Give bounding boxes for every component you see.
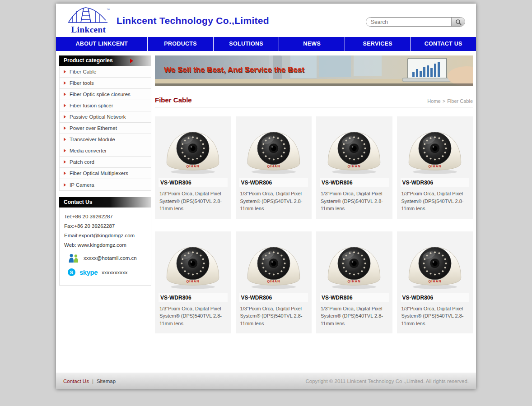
product-card[interactable]: QIHAN VS-WDR806 1/3"Pixim Orca, Digital … xyxy=(236,231,312,334)
product-description: 1/3"Pixim Orca, Digital Pixel System® (D… xyxy=(239,305,308,328)
contact-web[interactable]: Web: www.kingdomgz.com xyxy=(64,242,146,248)
contact-us-title: Contact Us xyxy=(64,199,92,205)
nav-item-news[interactable]: NEWS xyxy=(279,37,345,51)
product-description: 1/3"Pixim Orca, Digital Pixel System® (D… xyxy=(159,190,228,212)
product-image[interactable]: QIHAN xyxy=(320,234,389,292)
product-image[interactable]: QIHAN xyxy=(159,234,228,292)
category-label: Fiber Optical Multiplexers xyxy=(70,171,128,176)
product-name[interactable]: VS-WDR806 xyxy=(401,178,470,187)
chevron-right-icon xyxy=(64,104,66,107)
product-name[interactable]: VS-WDR806 xyxy=(159,293,228,302)
chevron-right-icon xyxy=(64,171,66,175)
dome-camera-image: QIHAN xyxy=(161,119,225,176)
product-image[interactable]: QIHAN xyxy=(239,234,308,292)
category-label: Patch cord xyxy=(70,159,94,165)
footer-link-sitemap[interactable]: Sitemap xyxy=(97,378,116,384)
msn-address[interactable]: xxxxx@hotamil.com.cn xyxy=(84,255,137,261)
product-image[interactable]: QIHAN xyxy=(239,119,308,177)
category-label: Passive Optical Network xyxy=(70,114,126,120)
sidebar-item-fiber-tools[interactable]: Fiber tools xyxy=(60,78,151,89)
footer-link-contact-us[interactable]: Contact Us xyxy=(63,378,89,384)
dome-camera-image: QIHAN xyxy=(322,119,386,176)
dome-camera-image: QIHAN xyxy=(242,119,306,176)
product-card[interactable]: QIHAN VS-WDR806 1/3"Pixim Orca, Digital … xyxy=(155,116,231,219)
camera-brand-text: QIHAN xyxy=(267,164,280,168)
sidebar-item-fiber-optical-multiplexers[interactable]: Fiber Optical Multiplexers xyxy=(60,168,151,179)
product-description: 1/3"Pixim Orca, Digital Pixel System® (D… xyxy=(401,305,470,328)
contact-email[interactable]: Email:export@kingdomgz.com xyxy=(64,233,146,238)
msn-row: xxxxx@hotamil.com.cn xyxy=(68,253,146,263)
product-image[interactable]: QIHAN xyxy=(401,119,470,177)
product-row: QIHAN VS-WDR806 1/3"Pixim Orca, Digital … xyxy=(155,116,473,219)
product-name[interactable]: VS-WDR806 xyxy=(239,178,308,187)
product-name[interactable]: VS-WDR806 xyxy=(401,293,470,302)
chevron-right-icon xyxy=(64,81,66,85)
search-bar xyxy=(366,17,465,27)
skype-row: S skype xxxxxxxxxx xyxy=(68,268,146,276)
red-arrow-icon xyxy=(130,59,133,63)
chevron-right-icon xyxy=(64,160,66,164)
sidebar-item-media-converter[interactable]: Media converter xyxy=(60,145,151,157)
product-image[interactable]: QIHAN xyxy=(159,119,228,177)
magnifier-icon xyxy=(455,19,462,25)
sidebar-item-fiber-fusion-splicer[interactable]: Fiber fusion splicer xyxy=(60,100,151,111)
breadcrumb-home-link[interactable]: Home xyxy=(427,98,440,104)
skype-id[interactable]: xxxxxxxxxx xyxy=(102,270,128,275)
main-nav: ABOUT LINKCENTPRODUCTSSOLUTIONSNEWSSERVI… xyxy=(56,37,476,51)
product-name[interactable]: VS-WDR806 xyxy=(159,178,228,187)
company-logo[interactable]: ™ Linkcent xyxy=(61,5,116,35)
sidebar-item-ip-camera[interactable]: IP Camera xyxy=(60,179,151,190)
nav-item-products[interactable]: PRODUCTS xyxy=(148,37,214,51)
msn-messenger-icon xyxy=(68,253,79,263)
product-card[interactable]: QIHAN VS-WDR806 1/3"Pixim Orca, Digital … xyxy=(316,116,392,219)
nav-item-solutions[interactable]: SOLUTIONS xyxy=(214,37,280,51)
sidebar: Product categories Fiber CableFiber tool… xyxy=(59,55,151,286)
category-label: Transceiver Module xyxy=(70,137,115,142)
sidebar-item-transceiver-module[interactable]: Transceiver Module xyxy=(60,134,151,145)
sidebar-item-power-over-ethernet[interactable]: Power over Ethernet xyxy=(60,123,151,134)
nav-item-services[interactable]: SERVICES xyxy=(345,37,411,51)
sidebar-item-passive-optical-network[interactable]: Passive Optical Network xyxy=(60,111,151,123)
copyright-text: Copyright © 2011 Linkcent Technology Co … xyxy=(305,378,469,384)
chevron-right-icon xyxy=(64,70,66,74)
product-card[interactable]: QIHAN VS-WDR806 1/3"Pixim Orca, Digital … xyxy=(397,116,473,219)
sidebar-item-fiber-cable[interactable]: Fiber Cable xyxy=(60,66,151,78)
search-input[interactable] xyxy=(366,18,451,26)
product-description: 1/3"Pixim Orca, Digital Pixel System® (D… xyxy=(401,190,470,212)
nav-item-about-linkcent[interactable]: ABOUT LINKCENT xyxy=(56,37,148,51)
dome-camera-image: QIHAN xyxy=(403,234,467,291)
camera-brand-text: QIHAN xyxy=(428,164,441,168)
camera-brand-text: QIHAN xyxy=(428,279,441,283)
dome-camera-image: QIHAN xyxy=(242,234,306,291)
product-card[interactable]: QIHAN VS-WDR806 1/3"Pixim Orca, Digital … xyxy=(316,231,392,334)
product-name[interactable]: VS-WDR806 xyxy=(239,293,308,302)
sidebar-item-fiber-optic-splice-closures[interactable]: Fiber Optic splice closures xyxy=(60,89,151,100)
product-description: 1/3"Pixim Orca, Digital Pixel System® (D… xyxy=(320,190,389,212)
product-image[interactable]: QIHAN xyxy=(320,119,389,177)
product-name[interactable]: VS-WDR806 xyxy=(320,293,389,302)
category-label: Fiber Optic splice closures xyxy=(70,92,131,97)
chevron-right-icon xyxy=(64,92,66,96)
dome-camera-image: QIHAN xyxy=(161,234,225,291)
sidebar-item-patch-cord[interactable]: Patch cord xyxy=(60,157,151,168)
category-label: Fiber fusion splicer xyxy=(70,103,113,108)
breadcrumb-separator: > xyxy=(443,98,445,104)
product-name[interactable]: VS-WDR806 xyxy=(320,178,389,187)
product-categories-header: Product categories xyxy=(59,55,151,66)
product-card[interactable]: QIHAN VS-WDR806 1/3"Pixim Orca, Digital … xyxy=(397,231,473,334)
camera-brand-text: QIHAN xyxy=(187,164,200,168)
product-image[interactable]: QIHAN xyxy=(401,234,470,292)
banner-slogan: We Sell the Best, And Service the Best xyxy=(164,65,304,74)
contact-box: Tel:+86 20 39262287 Fax:+86 20 39262287 … xyxy=(59,208,151,286)
product-card[interactable]: QIHAN VS-WDR806 1/3"Pixim Orca, Digital … xyxy=(236,116,312,219)
footer-separator: | xyxy=(92,378,93,384)
product-card[interactable]: QIHAN VS-WDR806 1/3"Pixim Orca, Digital … xyxy=(155,231,231,334)
product-description: 1/3"Pixim Orca, Digital Pixel System® (D… xyxy=(239,190,308,212)
search-button[interactable] xyxy=(451,18,465,26)
title-row: Fiber Cable Home>Fiber Cable xyxy=(155,96,473,107)
category-label: Power over Ethernet xyxy=(70,125,117,131)
product-row: QIHAN VS-WDR806 1/3"Pixim Orca, Digital … xyxy=(155,231,473,334)
nav-item-contact-us[interactable]: CONTACT US xyxy=(411,37,476,51)
chevron-right-icon xyxy=(64,183,66,187)
content-area: Product categories Fiber CableFiber tool… xyxy=(56,51,476,372)
